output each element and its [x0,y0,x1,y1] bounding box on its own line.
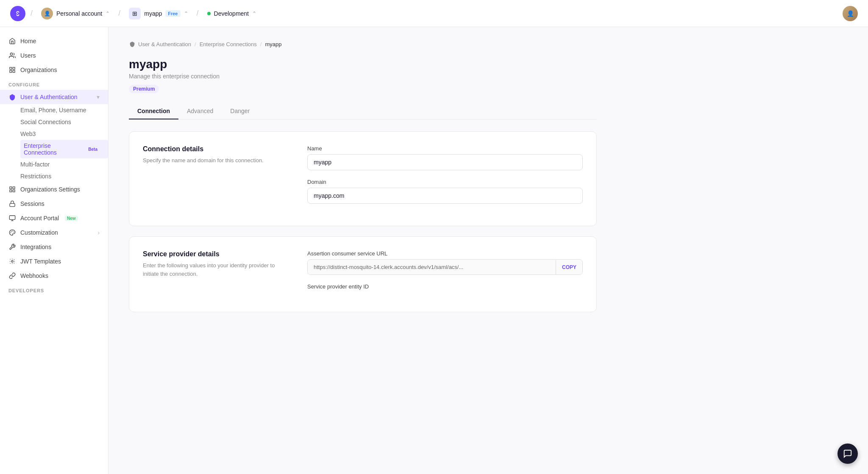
sessions-icon [8,200,16,208]
sidebar-item-user-auth[interactable]: User & Authentication ▾ [0,90,108,104]
sidebar: Home Users Organizations CONFIGURE User … [0,27,108,474]
webhooks-icon [8,272,16,280]
svg-point-18 [11,261,13,262]
nav-separator-2: / [118,9,120,18]
sidebar-item-account-portal[interactable]: Account Portal New [0,211,108,225]
clerk-logo[interactable] [10,6,25,21]
personal-account-label: Personal account [56,10,102,17]
restrictions-label: Restrictions [20,173,51,180]
sidebar-item-organizations[interactable]: Organizations [0,63,108,77]
email-phone-label: Email, Phone, Username [20,107,86,114]
sidebar-item-sessions[interactable]: Sessions [0,197,108,211]
breadcrumb-enterprise[interactable]: Enterprise Connections [200,41,257,47]
chat-button[interactable] [837,444,858,464]
entity-id-label: Service provider entity ID [307,283,583,290]
tab-advanced[interactable]: Advanced [178,103,222,119]
app-icon: ⊞ [129,8,141,19]
user-auth-submenu: Email, Phone, Username Social Connection… [0,104,108,182]
main-content: User & Authentication / Enterprise Conne… [108,27,617,474]
acs-url-copy-button[interactable]: COPY [556,260,582,274]
name-input[interactable] [307,154,583,170]
social-connections-label: Social Connections [20,119,71,125]
personal-account-selector[interactable]: 👤 Personal account ⌃ [38,6,113,21]
svg-rect-7 [13,187,15,189]
premium-badge: Premium [129,85,159,93]
sessions-label: Sessions [20,200,45,207]
acs-url-input[interactable] [308,260,556,274]
integrations-icon [8,243,16,251]
topnav: / 👤 Personal account ⌃ / ⊞ myapp Free ⌃ … [0,0,868,27]
sidebar-item-integrations[interactable]: Integrations [0,240,108,254]
sidebar-sub-social[interactable]: Social Connections [20,116,108,128]
app-selector[interactable]: ⊞ myapp Free ⌃ [125,6,191,21]
sidebar-users-label: Users [20,52,36,59]
svg-point-16 [11,231,11,232]
sidebar-item-jwt-templates[interactable]: JWT Templates [0,254,108,269]
breadcrumb-enterprise-label: Enterprise Connections [200,41,257,47]
tab-danger[interactable]: Danger [222,103,258,119]
svg-rect-6 [10,187,12,189]
customization-icon [8,229,16,236]
enterprise-beta-badge: Beta [86,147,100,152]
page-title: myapp [129,58,597,71]
breadcrumb-user-auth[interactable]: User & Authentication [129,41,191,47]
jwt-icon [8,258,16,265]
web3-label: Web3 [20,130,36,137]
topnav-right: 👤 [843,6,858,21]
customization-label: Customization [20,229,58,236]
multifactor-label: Multi-factor [20,161,50,168]
users-icon [8,52,16,59]
developers-section-label: DEVELOPERS [0,283,108,296]
connection-details-title: Connection details [143,145,287,153]
service-provider-title: Service provider details [143,250,287,258]
name-label: Name [307,145,583,152]
sidebar-sub-multifactor[interactable]: Multi-factor [20,158,108,170]
shield-icon [8,93,16,101]
configure-section-label: CONFIGURE [0,77,108,90]
org-settings-icon [8,186,16,193]
svg-rect-5 [10,70,12,72]
sidebar-item-users[interactable]: Users [0,48,108,63]
domain-form-group: Domain [307,179,583,204]
domain-input[interactable] [307,188,583,204]
env-selector[interactable]: Development ⌃ [204,8,260,19]
sidebar-item-home[interactable]: Home [0,34,108,48]
acs-url-form-group: Assertion consumer service URL COPY [307,250,583,275]
enterprise-connections-label: Enterprise Connections [24,142,82,156]
acs-url-label: Assertion consumer service URL [307,250,583,257]
sidebar-organizations-label: Organizations [20,67,57,73]
svg-rect-8 [13,190,15,192]
page-tabs: Connection Advanced Danger [129,103,597,119]
env-status-dot [207,12,211,15]
page-subtitle: Manage this enterprise connection [129,73,597,80]
sidebar-item-org-settings[interactable]: Organizations Settings [0,182,108,197]
sidebar-sub-web3[interactable]: Web3 [20,128,108,140]
personal-account-chevron: ⌃ [106,11,110,17]
breadcrumb-user-auth-label: User & Authentication [138,41,191,47]
home-icon [8,37,16,45]
svg-rect-2 [10,67,12,69]
svg-point-17 [11,233,11,233]
tab-connection[interactable]: Connection [129,103,178,119]
nav-separator-3: / [197,9,199,18]
organizations-icon [8,66,16,74]
sidebar-item-webhooks[interactable]: Webhooks [0,269,108,283]
sidebar-home-label: Home [20,38,36,44]
user-avatar[interactable]: 👤 [843,6,858,21]
breadcrumb-sep-1: / [195,41,196,47]
sidebar-sub-email-phone[interactable]: Email, Phone, Username [20,104,108,116]
service-provider-left: Service provider details Enter the follo… [143,250,287,298]
nav-separator-1: / [31,9,33,18]
svg-point-15 [14,232,14,233]
svg-point-14 [13,231,13,231]
breadcrumb-current: myapp [265,41,281,47]
env-name-label: Development [214,10,249,17]
sidebar-item-customization[interactable]: Customization › [0,225,108,240]
org-settings-label: Organizations Settings [20,186,80,193]
svg-rect-3 [13,67,15,69]
sidebar-sub-restrictions[interactable]: Restrictions [20,170,108,182]
breadcrumb: User & Authentication / Enterprise Conne… [129,41,597,47]
layout: Home Users Organizations CONFIGURE User … [0,27,868,474]
connection-details-left: Connection details Specify the name and … [143,145,287,212]
sidebar-sub-enterprise[interactable]: Enterprise Connections Beta [20,140,108,158]
